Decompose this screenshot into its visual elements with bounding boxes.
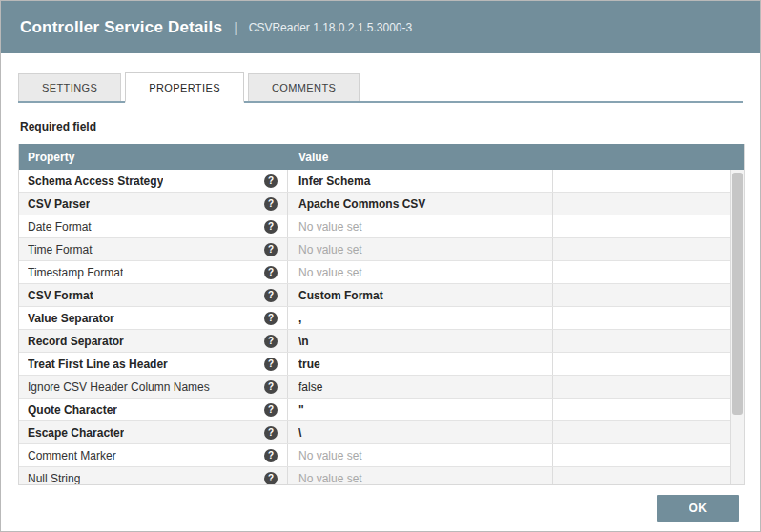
help-icon[interactable]: ? (264, 472, 278, 485)
help-icon[interactable]: ? (264, 380, 278, 394)
property-cell: Ignore CSV Header Column Names ? (19, 376, 288, 398)
help-icon[interactable]: ? (264, 289, 278, 302)
help-icon[interactable]: ? (264, 197, 278, 211)
property-name: Escape Character (28, 426, 124, 440)
empty-cell (553, 238, 744, 260)
value-cell[interactable]: No value set (288, 215, 553, 237)
value-cell[interactable]: No value set (288, 238, 553, 260)
property-name: Date Format (28, 220, 92, 234)
property-name: Ignore CSV Header Column Names (28, 380, 210, 394)
help-icon[interactable]: ? (264, 266, 278, 279)
table-row[interactable]: Timestamp Format ? No value set (19, 261, 744, 284)
empty-cell (553, 170, 744, 192)
value-cell[interactable]: No value set (288, 444, 553, 466)
table-row[interactable]: Value Separator ? , (19, 307, 744, 330)
table-row[interactable]: Null String ? No value set (19, 467, 744, 484)
property-name: Time Format (28, 243, 93, 256)
help-icon[interactable]: ? (264, 220, 278, 234)
value-cell[interactable]: true (288, 353, 553, 375)
help-icon[interactable]: ? (264, 174, 278, 188)
empty-cell (553, 261, 744, 283)
empty-cell (553, 376, 744, 398)
column-header-value: Value (288, 151, 328, 164)
property-name: CSV Format (28, 289, 93, 302)
property-cell: Escape Character ? (19, 421, 288, 443)
property-value: No value set (298, 266, 362, 279)
empty-cell (553, 193, 744, 215)
property-value: , (298, 312, 301, 325)
value-cell[interactable]: " (288, 399, 553, 420)
property-name: Null String (28, 472, 80, 485)
ok-button[interactable]: OK (657, 495, 739, 522)
property-cell: Value Separator ? (19, 307, 288, 329)
property-name: Comment Marker (28, 449, 116, 462)
table-row[interactable]: Comment Marker ? No value set (19, 444, 744, 467)
tab-properties[interactable]: PROPERTIES (125, 72, 244, 103)
tab-bar: SETTINGSPROPERTIESCOMMENTS (18, 72, 743, 103)
property-name: Schema Access Strategy (28, 174, 163, 188)
empty-cell (553, 399, 744, 420)
empty-cell (553, 444, 744, 466)
help-icon[interactable]: ? (264, 243, 278, 256)
dialog-title: Controller Service Details (20, 18, 222, 37)
required-field-label: Required field (20, 120, 760, 133)
value-cell[interactable]: Custom Format (288, 284, 553, 306)
title-separator: | (234, 20, 237, 35)
value-cell[interactable]: Apache Commons CSV (288, 193, 553, 215)
property-cell: Comment Marker ? (19, 444, 288, 466)
table-row[interactable]: Escape Character ? \ (19, 421, 744, 444)
value-cell[interactable]: false (288, 376, 553, 398)
property-value: Apache Commons CSV (298, 197, 425, 211)
table-row[interactable]: Schema Access Strategy ? Infer Schema (19, 170, 744, 193)
table-row[interactable]: Time Format ? No value set (19, 238, 744, 261)
property-value: false (298, 380, 322, 394)
table-row[interactable]: Record Separator ? \n (19, 330, 744, 353)
property-cell: Treat First Line as Header ? (19, 353, 288, 375)
help-icon[interactable]: ? (264, 449, 278, 462)
property-cell: Timestamp Format ? (19, 261, 288, 283)
value-cell[interactable]: , (288, 307, 553, 329)
table-row[interactable]: Quote Character ? " (19, 399, 744, 421)
property-cell: Time Format ? (19, 238, 288, 260)
value-cell[interactable]: \ (288, 421, 553, 443)
table-row[interactable]: CSV Format ? Custom Format (19, 284, 744, 307)
property-cell: CSV Parser ? (19, 193, 288, 215)
empty-cell (553, 467, 744, 484)
help-icon[interactable]: ? (264, 335, 278, 348)
help-icon[interactable]: ? (264, 358, 278, 371)
controller-service-details-dialog: Controller Service Details | CSVReader 1… (0, 0, 761, 532)
help-icon[interactable]: ? (264, 403, 278, 417)
empty-cell (553, 215, 744, 237)
tab-settings[interactable]: SETTINGS (18, 73, 121, 101)
dialog-header: Controller Service Details | CSVReader 1… (1, 1, 760, 53)
value-cell[interactable]: No value set (288, 467, 553, 484)
empty-cell (553, 353, 744, 375)
property-name: Record Separator (28, 335, 124, 348)
value-cell[interactable]: Infer Schema (288, 170, 553, 192)
property-cell: Quote Character ? (19, 399, 288, 420)
help-icon[interactable]: ? (264, 312, 278, 325)
property-value: true (298, 358, 320, 371)
property-value: \ (298, 426, 301, 440)
property-table-body: Schema Access Strategy ? Infer Schema CS… (19, 170, 744, 484)
property-name: Treat First Line as Header (28, 358, 168, 371)
property-value: " (298, 403, 304, 417)
property-value: \n (298, 335, 309, 348)
help-icon[interactable]: ? (264, 426, 278, 440)
table-row[interactable]: CSV Parser ? Apache Commons CSV (19, 193, 744, 215)
table-row[interactable]: Treat First Line as Header ? true (19, 353, 744, 376)
empty-cell (553, 284, 744, 306)
table-row[interactable]: Ignore CSV Header Column Names ? false (19, 376, 744, 399)
property-value: No value set (298, 243, 362, 256)
vertical-scrollbar[interactable] (730, 170, 744, 484)
properties-table: Property Value Schema Access Strategy ? … (18, 144, 745, 485)
value-cell[interactable]: \n (288, 330, 553, 352)
service-name-and-version: CSVReader 1.18.0.2.1.5.3000-3 (249, 21, 412, 34)
tab-comments[interactable]: COMMENTS (248, 73, 360, 101)
column-header-property: Property (19, 151, 288, 164)
value-cell[interactable]: No value set (288, 261, 553, 283)
scrollbar-thumb[interactable] (732, 173, 743, 415)
table-row[interactable]: Date Format ? No value set (19, 215, 744, 238)
property-value: Infer Schema (298, 174, 370, 188)
property-cell: Date Format ? (19, 215, 288, 237)
